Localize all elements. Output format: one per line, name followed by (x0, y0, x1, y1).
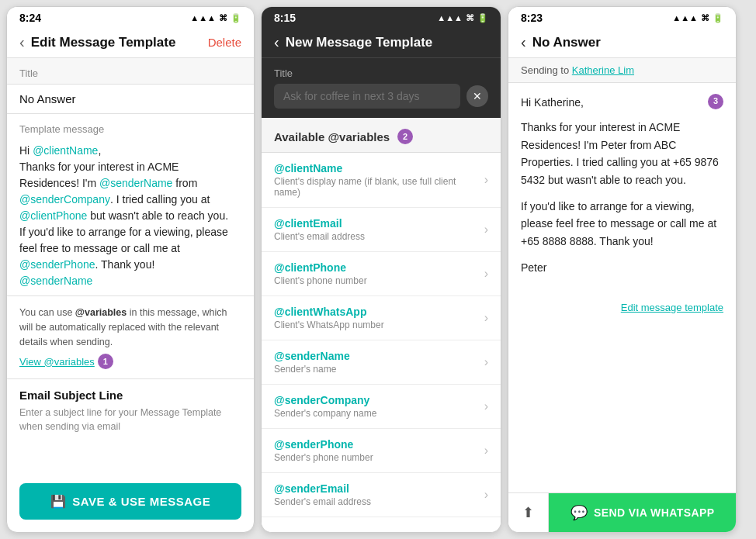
signal-icon: ▲▲▲ (190, 13, 216, 22)
var-item-senderphone[interactable]: @senderPhone Sender's phone number › (262, 429, 501, 473)
title-input-field[interactable] (274, 84, 460, 109)
middle-nav-bar: ‹ New Message Template (262, 27, 501, 58)
view-variables-link[interactable]: View @variables (19, 354, 95, 370)
title-input-label: Title (274, 67, 488, 79)
left-delete-button[interactable]: Delete (208, 36, 241, 49)
battery-icon-mid: 🔋 (477, 13, 488, 23)
badge-2: 2 (397, 129, 413, 144)
title-input-area: Title ✕ (262, 58, 501, 118)
template-message-label: Template message (19, 123, 241, 135)
var-item-desc-clientphone: Client's phone number (274, 275, 484, 286)
wifi-icon: ⌘ (219, 13, 227, 23)
save-button-label: SAVE & USE MESSAGE (72, 495, 210, 508)
whatsapp-icon: 💬 (570, 504, 588, 521)
chevron-right-icon: › (484, 173, 488, 187)
var-item-senderemail[interactable]: @senderEmail Sender's email address › (262, 473, 501, 517)
var-item-desc-clientname: Client's display name (if blank, use ful… (274, 176, 484, 198)
signal-icon-mid: ▲▲▲ (437, 13, 463, 22)
right-nav-bar: ‹ No Answer (508, 27, 736, 58)
left-status-bar: 8:24 ▲▲▲ ⌘ 🔋 (7, 7, 254, 27)
chevron-right-icon-8: › (484, 488, 488, 502)
signal-icon-right: ▲▲▲ (672, 13, 698, 22)
edit-template-link-container: Edit message template (508, 297, 736, 323)
left-nav-title: Edit Message Template (31, 35, 208, 50)
sending-to-label: Sending to (521, 64, 569, 76)
close-icon: ✕ (473, 90, 482, 102)
variables-header-label: Available @variables (274, 130, 390, 143)
variables-header: Available @variables 2 (262, 118, 501, 153)
var-clientname-1: @clientName (33, 144, 98, 157)
var-item-name-sendername: @senderName (274, 350, 484, 362)
message-signature: Peter (521, 259, 723, 276)
left-nav-bar: ‹ Edit Message Template Delete (7, 27, 254, 58)
save-icon: 💾 (50, 494, 67, 509)
var-item-content-clientwhatsapp: @clientWhatsApp Client's WhatsApp number (274, 306, 484, 330)
title-input-row: ✕ (274, 84, 488, 109)
template-body[interactable]: Hi @clientName, Thanks for your interest… (19, 143, 241, 289)
chevron-right-icon-6: › (484, 399, 488, 413)
right-nav-title: No Answer (532, 35, 723, 50)
left-status-time: 8:24 (19, 12, 41, 24)
var-item-clientemail[interactable]: @clientEmail Client's email address › (262, 208, 501, 252)
var-item-clientname[interactable]: @clientName Client's display name (if bl… (262, 153, 501, 208)
var-item-content-clientname: @clientName Client's display name (if bl… (274, 162, 484, 198)
sending-to-bar: Sending to Katherine Lim (508, 58, 736, 83)
message-para1: Thanks for your interest in ACME Residen… (521, 119, 723, 188)
var-item-name-senderphone: @senderPhone (274, 438, 484, 451)
chevron-right-icon-3: › (484, 267, 488, 281)
middle-back-button[interactable]: ‹ (274, 33, 279, 51)
left-status-icons: ▲▲▲ ⌘ 🔋 (190, 13, 241, 23)
badge-1: 1 (98, 354, 113, 369)
right-status-bar: 8:23 ▲▲▲ ⌘ 🔋 (508, 7, 736, 27)
send-whatsapp-button[interactable]: 💬 SEND VIA WHATSAPP (549, 493, 736, 532)
left-back-button[interactable]: ‹ (19, 33, 25, 51)
middle-panel: 8:15 ▲▲▲ ⌘ 🔋 ‹ New Message Template Titl… (261, 6, 501, 533)
recipient-link[interactable]: Katherine Lim (572, 64, 634, 76)
var-item-name-senderemail: @senderEmail (274, 482, 484, 495)
var-item-clientwhatsapp[interactable]: @clientWhatsApp Client's WhatsApp number… (262, 296, 501, 340)
variables-list: @clientName Client's display name (if bl… (262, 153, 501, 532)
wifi-icon-mid: ⌘ (466, 13, 474, 23)
var-item-name-clientname: @clientName (274, 162, 484, 174)
var-item-name-sendercompany: @senderCompany (274, 394, 484, 406)
var-clientphone-1: @clientPhone (19, 209, 87, 222)
var-item-content-clientphone: @clientPhone Client's phone number (274, 261, 484, 286)
share-icon: ⬆ (522, 504, 534, 521)
right-status-time: 8:23 (521, 12, 543, 24)
var-senderphone-1: @senderPhone (19, 258, 95, 271)
wifi-icon-right: ⌘ (701, 13, 709, 23)
email-subject-label: Email Subject Line (19, 389, 241, 402)
var-item-content-senderphone: @senderPhone Sender's phone number (274, 438, 484, 463)
right-status-icons: ▲▲▲ ⌘ 🔋 (672, 13, 723, 23)
var-item-content-sendercompany: @senderCompany Sender's company name (274, 394, 484, 419)
var-item-desc-clientemail: Client's email address (274, 231, 484, 242)
var-item-name-clientemail: @clientEmail (274, 217, 484, 230)
var-item-content-sendername: @senderName Sender's name (274, 350, 484, 375)
var-item-sendercompany[interactable]: @senderCompany Sender's company name › (262, 385, 501, 429)
close-button[interactable]: ✕ (466, 85, 488, 107)
share-button[interactable]: ⬆ (508, 493, 549, 532)
edit-template-link[interactable]: Edit message template (621, 302, 723, 313)
message-para2: If you'd like to arrange for a viewing, … (521, 198, 723, 250)
save-use-message-button[interactable]: 💾 SAVE & USE MESSAGE (19, 483, 241, 520)
right-panel: 8:23 ▲▲▲ ⌘ 🔋 ‹ No Answer Sending to Kath… (508, 6, 737, 533)
middle-status-icons: ▲▲▲ ⌘ 🔋 (437, 13, 488, 23)
var-item-content-senderemail: @senderEmail Sender's email address (274, 482, 484, 507)
battery-icon: 🔋 (231, 13, 241, 23)
message-greeting: Hi Katherine, (521, 94, 584, 111)
var-item-desc-senderphone: Sender's phone number (274, 452, 484, 463)
var-item-clientphone[interactable]: @clientPhone Client's phone number › (262, 252, 501, 296)
var-sendername-2: @senderName (19, 275, 92, 287)
middle-status-time: 8:15 (274, 12, 296, 24)
var-sendername-1: @senderName (99, 177, 172, 189)
template-message-section: Template message Hi @clientName, Thanks … (7, 114, 254, 296)
variables-info: You can use @variables in this message, … (7, 296, 254, 379)
var-item-desc-senderemail: Sender's email address (274, 496, 484, 507)
var-item-sendername[interactable]: @senderName Sender's name › (262, 340, 501, 385)
chevron-right-icon-2: › (484, 223, 488, 237)
var-item-desc-sendercompany: Sender's company name (274, 408, 484, 419)
right-back-button[interactable]: ‹ (521, 33, 526, 51)
title-value[interactable]: No Answer (7, 85, 254, 114)
chevron-right-icon-5: › (484, 355, 488, 369)
var-item-name-clientphone: @clientPhone (274, 261, 484, 274)
